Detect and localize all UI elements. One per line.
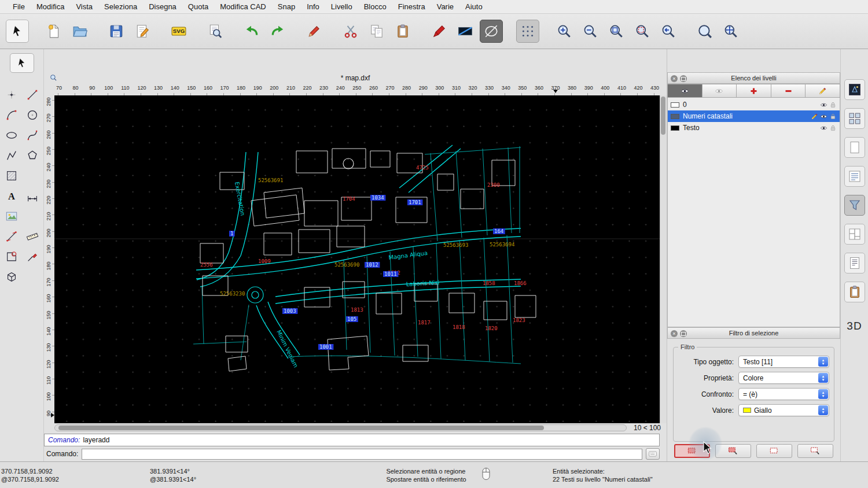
- canvas-horizontal-scrollbar[interactable]: [54, 424, 627, 431]
- object-type-select[interactable]: Testo [11]▲▼: [738, 356, 829, 368]
- arc-tool[interactable]: [2, 106, 21, 124]
- layers-close-button[interactable]: ×: [671, 75, 678, 82]
- edit-drawing-button[interactable]: [131, 20, 154, 43]
- copy-button[interactable]: [365, 20, 388, 43]
- menu-aiuto[interactable]: Aiuto: [459, 2, 488, 11]
- hatch-tool[interactable]: [2, 167, 21, 184]
- zoom-indicator: 10 < 100: [630, 424, 664, 432]
- marker-icon: [432, 24, 447, 39]
- polyline-tool[interactable]: [2, 146, 21, 164]
- point-tool[interactable]: [2, 86, 21, 103]
- svg-text:1813: 1813: [351, 307, 363, 313]
- measure-tool[interactable]: [2, 227, 21, 245]
- filter-detach-button[interactable]: [680, 330, 687, 337]
- cut-button[interactable]: [339, 20, 362, 43]
- remove-layer-button[interactable]: [771, 84, 806, 98]
- menu-livello[interactable]: Livello: [325, 2, 358, 11]
- zoom-window-button[interactable]: [693, 20, 716, 43]
- menu-quota[interactable]: Quota: [182, 2, 214, 11]
- panel-3d-view-button[interactable]: [844, 79, 865, 100]
- ellipse-tool[interactable]: [2, 126, 21, 144]
- add-matching-button[interactable]: [715, 444, 751, 458]
- ellipse-modify-button[interactable]: [480, 20, 503, 43]
- add-layer-button[interactable]: [737, 84, 771, 98]
- remove-matching-button[interactable]: [797, 444, 833, 458]
- svg-export-button[interactable]: SVG: [167, 20, 190, 43]
- zoom-auto-button[interactable]: [605, 20, 628, 43]
- canvas-vertical-scrollbar[interactable]: [660, 95, 667, 423]
- menu-modifica[interactable]: Modifica: [31, 2, 70, 11]
- print-preview-button[interactable]: [204, 20, 227, 43]
- new-file-button[interactable]: [42, 20, 65, 43]
- grid-toggle-button[interactable]: [516, 20, 539, 43]
- zoom-out-button[interactable]: [579, 20, 602, 43]
- svg-text:1818: 1818: [453, 324, 465, 330]
- selection-pointer-tool[interactable]: [10, 53, 34, 73]
- pan-zoom-button[interactable]: [719, 20, 742, 43]
- edit-layer-button[interactable]: [806, 84, 840, 98]
- layers-detach-button[interactable]: [680, 75, 687, 82]
- dimension-tool[interactable]: [23, 187, 42, 205]
- panel-plan-button[interactable]: [844, 224, 865, 245]
- menu-blocco[interactable]: Blocco: [358, 2, 392, 11]
- line-tool[interactable]: [23, 86, 42, 103]
- panel-blocks-button[interactable]: [844, 108, 865, 129]
- panel-list-button[interactable]: [844, 166, 865, 187]
- comparison-select[interactable]: = (è)▲▼: [738, 388, 829, 400]
- command-extra-button[interactable]: [646, 448, 660, 460]
- text-tool[interactable]: A: [2, 187, 21, 205]
- shape-tool[interactable]: [2, 247, 21, 265]
- select-matching-button[interactable]: [674, 444, 710, 458]
- ruler-top-tick: 130: [152, 85, 165, 91]
- spline-tool[interactable]: [23, 126, 42, 144]
- canvas-column: * map.dxf 708090100110120130140150160170…: [44, 49, 667, 461]
- menu-file[interactable]: File: [7, 2, 31, 11]
- panel-clipboard-button[interactable]: [844, 282, 865, 302]
- zoom-previous-button[interactable]: [657, 20, 680, 43]
- menu-vista[interactable]: Vista: [70, 2, 98, 11]
- menu-disegna[interactable]: Disegna: [143, 2, 182, 11]
- svg-text:2300: 2300: [487, 182, 500, 188]
- panel-filter-button[interactable]: [844, 195, 865, 216]
- menu-modifica-cad[interactable]: Modifica CAD: [214, 2, 271, 11]
- line-gradient-button[interactable]: [454, 20, 477, 43]
- drawing-canvas[interactable]: 4725230017042556100918581866181218131817…: [54, 95, 660, 423]
- image-tool[interactable]: [2, 207, 21, 225]
- panel-page-button[interactable]: [844, 137, 865, 158]
- hide-all-layers-button[interactable]: [703, 84, 737, 98]
- ruler-top-tick: 100: [102, 85, 116, 91]
- command-input[interactable]: [82, 449, 642, 460]
- marker-pen-button[interactable]: [428, 20, 451, 43]
- paste-button[interactable]: [391, 20, 414, 43]
- zoom-selection-button[interactable]: [631, 20, 654, 43]
- panel-text-button[interactable]: [844, 253, 865, 273]
- polygon-tool[interactable]: [23, 146, 42, 164]
- value-select[interactable]: Giallo▲▼: [738, 404, 829, 416]
- show-all-layers-button[interactable]: [667, 84, 703, 98]
- vertical-scroll-thumb[interactable]: [661, 97, 665, 135]
- filter-close-button[interactable]: ×: [671, 330, 678, 337]
- layer-row-testo[interactable]: Testo: [668, 122, 840, 134]
- menu-finestra[interactable]: Finestra: [392, 2, 431, 11]
- circle-tool[interactable]: [23, 106, 42, 124]
- menu-seleziona[interactable]: Seleziona: [98, 2, 143, 11]
- select-pointer-button[interactable]: [6, 20, 29, 43]
- box-3d-tool[interactable]: [2, 268, 21, 286]
- zoom-in-button[interactable]: [553, 20, 576, 43]
- menu-varie[interactable]: Varie: [431, 2, 459, 11]
- menu-snap[interactable]: Snap: [272, 2, 301, 11]
- redo-button[interactable]: [266, 20, 289, 43]
- modify-tool[interactable]: [23, 247, 42, 265]
- layer-row-0[interactable]: 0: [668, 99, 840, 110]
- horizontal-scroll-thumb[interactable]: [58, 426, 544, 430]
- open-file-button[interactable]: [68, 20, 91, 43]
- deselect-matching-button[interactable]: [756, 444, 792, 458]
- layer-row-numeri-catastali[interactable]: Numeri catastali: [668, 110, 840, 122]
- undo-button[interactable]: [240, 20, 263, 43]
- menu-info[interactable]: Info: [301, 2, 325, 11]
- save-button[interactable]: [105, 20, 128, 43]
- draw-pen-button[interactable]: [303, 20, 326, 43]
- ellipseo-icon: [5, 129, 18, 142]
- property-select[interactable]: Colore▲▼: [738, 372, 829, 384]
- ruler-tool[interactable]: [23, 227, 42, 245]
